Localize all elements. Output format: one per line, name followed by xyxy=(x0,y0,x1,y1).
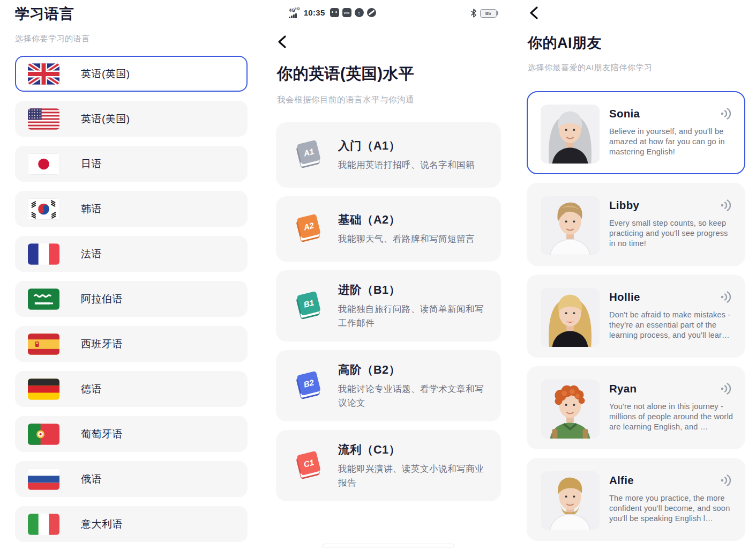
game-app-icon xyxy=(330,8,339,17)
flag-kr-icon xyxy=(28,198,59,220)
vivo-app-icon: vivo xyxy=(342,8,351,17)
flag-pt-icon xyxy=(28,424,59,445)
flag-de-icon xyxy=(28,379,59,400)
avatar-ryan xyxy=(540,380,600,439)
flag-uk-icon xyxy=(28,63,59,85)
voice-preview-icon[interactable] xyxy=(720,199,734,211)
language-label: 阿拉伯语 xyxy=(81,292,123,306)
avatar-sonia xyxy=(540,105,600,164)
language-label: 英语(英国) xyxy=(81,67,130,81)
friend-name: Alfie xyxy=(609,474,634,487)
ai-friend-card-ryan[interactable]: Ryan You're not alone in this journey - … xyxy=(527,366,745,449)
level-list: A1 入门（A1） 我能用英语打招呼、说名字和国籍 A2 基础（A2） 我能聊天… xyxy=(276,122,501,510)
language-list: 英语(英国) 英语(美国) 日语 韩语 法语 阿拉伯语 西班牙语 xyxy=(15,56,248,549)
voice-preview-icon[interactable] xyxy=(720,474,734,486)
avatar-libby xyxy=(540,196,600,255)
home-indicator-handle[interactable] xyxy=(323,544,454,547)
chevron-left-icon xyxy=(528,5,541,20)
level-description: 我能用英语打招呼、说名字和国籍 xyxy=(338,158,486,172)
language-option-fr[interactable]: 法语 xyxy=(15,236,248,272)
flag-es-icon xyxy=(28,333,59,355)
language-label: 意大利语 xyxy=(81,517,123,531)
signal-icon: 4GHD xyxy=(289,7,300,18)
voice-preview-icon[interactable] xyxy=(720,108,734,120)
language-label: 俄语 xyxy=(81,472,102,486)
notification-icons: vivo ↑ xyxy=(330,8,376,17)
level-name: 基础（A2） xyxy=(338,212,486,227)
level-name: 流利（C1） xyxy=(338,442,486,457)
ai-friend-card-libby[interactable]: Libby Every small step counts, so keep p… xyxy=(527,183,745,266)
ai-friend-card-alfie[interactable]: Alfie The more you practice, the more co… xyxy=(527,458,745,541)
book-b2-icon: B2 xyxy=(290,369,324,403)
book-a1-icon: A1 xyxy=(290,138,324,172)
language-option-de[interactable]: 德语 xyxy=(15,371,248,407)
language-label: 葡萄牙语 xyxy=(81,427,123,441)
level-description: 我能讨论专业话题、看学术文章和写议论文 xyxy=(338,382,486,410)
ai-friend-card-hollie[interactable]: Hollie Don't be afraid to make mistakes … xyxy=(527,274,745,358)
language-option-pt[interactable]: 葡萄牙语 xyxy=(15,416,248,452)
language-label: 日语 xyxy=(81,157,102,171)
friend-name: Hollie xyxy=(609,291,640,303)
level-name: 进阶（B1） xyxy=(338,282,486,298)
upload-app-icon: ↑ xyxy=(355,8,364,17)
level-name: 入门（A1） xyxy=(338,138,486,153)
language-label: 德语 xyxy=(81,382,102,396)
friend-quote: Don't be afraid to make mistakes - they'… xyxy=(609,310,734,340)
back-button[interactable] xyxy=(528,5,544,21)
friend-quote: Believe in yourself, and you'll be amaze… xyxy=(609,127,734,157)
level-card-c1[interactable]: C1 流利（C1） 我能即兴演讲、读英文小说和写商业报告 xyxy=(276,430,501,501)
back-button[interactable] xyxy=(276,34,292,50)
language-option-ru[interactable]: 俄语 xyxy=(15,461,248,497)
book-b1-icon: B1 xyxy=(290,290,324,323)
bluetooth-icon xyxy=(470,9,477,18)
book-c1-icon: C1 xyxy=(290,449,324,483)
friend-quote: You're not alone in this journey - milli… xyxy=(609,402,734,432)
page-subtitle: 选择你要学习的语言 xyxy=(15,34,90,44)
flag-us-icon xyxy=(28,108,59,130)
page-subtitle: 我会根据你目前的语言水平与你沟通 xyxy=(277,94,414,106)
level-card-b2[interactable]: B2 高阶（B2） 我能讨论专业话题、看学术文章和写议论文 xyxy=(276,350,501,421)
ai-friend-card-sonia[interactable]: Sonia Believe in yourself, and you'll be… xyxy=(527,91,745,174)
book-a2-icon: A2 xyxy=(290,212,324,246)
page-title: 你的AI朋友 xyxy=(528,33,602,53)
flag-it-icon xyxy=(28,514,59,535)
level-card-b1[interactable]: B1 进阶（B1） 我能独自旅行问路、读简单新闻和写工作邮件 xyxy=(276,270,501,342)
flag-fr-icon xyxy=(28,243,59,265)
language-option-sa[interactable]: 阿拉伯语 xyxy=(15,281,248,317)
status-bar-left: 4GHD 10:35 vivo ↑ xyxy=(289,7,376,18)
language-option-us[interactable]: 英语(美国) xyxy=(15,101,248,137)
voice-preview-icon[interactable] xyxy=(720,383,734,395)
ai-friend-select-screen: 你的AI朋友 选择你最喜爱的AI朋友陪伴你学习 Sonia Believe in… xyxy=(527,0,745,549)
battery-icon: 85 xyxy=(480,9,499,18)
ai-friend-list: Sonia Believe in yourself, and you'll be… xyxy=(527,91,745,549)
level-description: 我能聊天气、看路牌和写简短留言 xyxy=(338,232,486,246)
language-option-jp[interactable]: 日语 xyxy=(15,146,248,182)
voice-preview-icon[interactable] xyxy=(720,291,734,303)
language-option-uk[interactable]: 英语(英国) xyxy=(15,56,248,92)
page-title: 你的英语(英国)水平 xyxy=(277,63,414,85)
level-description: 我能独自旅行问路、读简单新闻和写工作邮件 xyxy=(338,302,486,330)
language-option-kr[interactable]: 韩语 xyxy=(15,191,248,227)
friend-name: Sonia xyxy=(609,107,640,120)
level-description: 我能即兴演讲、读英文小说和写商业报告 xyxy=(338,462,486,489)
level-card-a2[interactable]: A2 基础（A2） 我能聊天气、看路牌和写简短留言 xyxy=(276,196,501,262)
status-bar-right: 85 xyxy=(470,9,499,18)
friend-name: Libby xyxy=(609,199,639,212)
flag-sa-icon xyxy=(28,288,59,310)
chevron-left-icon xyxy=(276,34,289,49)
friend-quote: The more you practice, the more confiden… xyxy=(609,493,734,524)
page-title: 学习语言 xyxy=(15,4,74,24)
level-name: 高阶（B2） xyxy=(338,362,486,377)
level-card-a1[interactable]: A1 入门（A1） 我能用英语打招呼、说名字和国籍 xyxy=(276,122,501,188)
language-select-screen: 学习语言 选择你要学习的语言 英语(英国) 英语(美国) 日语 韩语 法语 xyxy=(15,0,248,549)
status-bar: 4GHD 10:35 vivo ↑ 85 xyxy=(276,7,501,22)
language-option-es[interactable]: 西班牙语 xyxy=(15,326,248,362)
language-label: 西班牙语 xyxy=(81,337,123,351)
avatar-hollie xyxy=(540,288,600,347)
clock: 10:35 xyxy=(304,8,325,17)
flag-ru-icon xyxy=(28,469,59,490)
language-label: 韩语 xyxy=(81,202,102,216)
language-option-it[interactable]: 意大利语 xyxy=(15,506,248,542)
level-select-screen: 4GHD 10:35 vivo ↑ 85 你的英语(英国)水平 xyxy=(276,0,501,549)
language-label: 法语 xyxy=(81,247,102,261)
